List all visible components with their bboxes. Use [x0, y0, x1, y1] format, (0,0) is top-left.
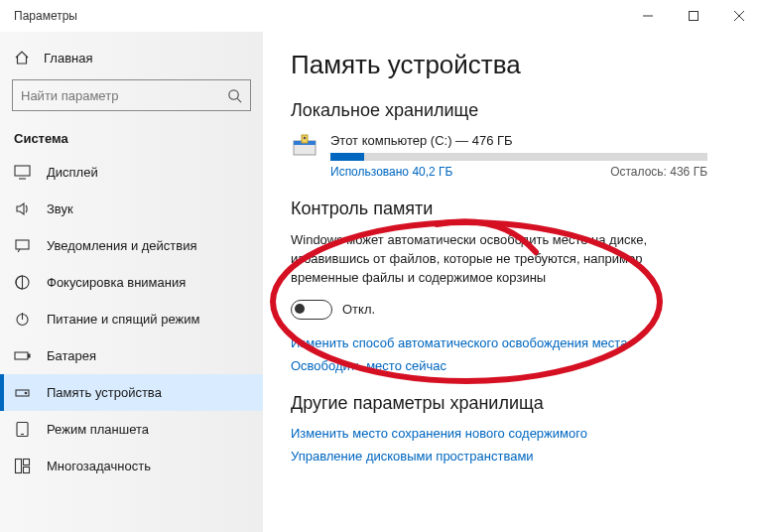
svg-rect-19: [24, 460, 30, 466]
disk-used-link[interactable]: Использовано 40,2 ГБ: [330, 165, 452, 179]
disk-icon: [291, 133, 318, 161]
disk-row[interactable]: Этот компьютер (C:) — 476 ГБ Использован…: [291, 133, 734, 179]
sidebar-item-tablet[interactable]: Режим планшета: [0, 411, 263, 448]
search-icon: [227, 88, 242, 103]
sound-icon: [14, 200, 31, 217]
sidebar-item-notifications[interactable]: Уведомления и действия: [0, 227, 263, 264]
free-now-link[interactable]: Освободить место сейчас: [291, 358, 734, 373]
storage-sense-toggle[interactable]: Откл.: [291, 300, 734, 320]
disk-free-label: Осталось: 436 ГБ: [610, 165, 707, 179]
svg-point-4: [229, 89, 238, 98]
home-icon: [14, 50, 30, 66]
minimize-button[interactable]: [625, 0, 671, 32]
storage-sense-heading: Контроль памяти: [291, 199, 734, 219]
toggle-switch[interactable]: [291, 300, 332, 320]
window-controls: [625, 0, 762, 32]
page-title: Память устройства: [291, 50, 734, 80]
home-button[interactable]: Главная: [0, 40, 263, 75]
sidebar-item-storage[interactable]: Память устройства: [0, 374, 263, 411]
sidebar-item-label: Память устройства: [47, 385, 162, 400]
svg-point-24: [304, 137, 307, 140]
svg-rect-18: [16, 460, 22, 473]
local-storage-heading: Локальное хранилище: [291, 100, 734, 121]
section-label: Система: [0, 125, 263, 154]
storage-sense-description: Windows может автоматически освободить м…: [291, 231, 707, 288]
sidebar-item-label: Дисплей: [47, 165, 98, 180]
content: Память устройства Локальное хранилище Эт…: [263, 32, 762, 532]
focus-icon: [14, 274, 31, 291]
storage-spaces-link[interactable]: Управление дисковыми пространствами: [291, 449, 734, 464]
app-title: Параметры: [14, 9, 77, 23]
display-icon: [14, 164, 31, 181]
sidebar-item-power[interactable]: Питание и спящий режим: [0, 301, 263, 337]
sidebar-item-label: Звук: [47, 201, 73, 216]
toggle-state-label: Откл.: [342, 302, 375, 317]
sidebar-item-battery[interactable]: Батарея: [0, 337, 263, 374]
sidebar-item-label: Режим планшета: [47, 422, 149, 437]
titlebar: Параметры: [0, 0, 762, 32]
storage-icon: [14, 384, 31, 401]
svg-rect-12: [15, 352, 28, 359]
search-input[interactable]: Найти параметр: [12, 79, 251, 111]
change-auto-free-link[interactable]: Изменить способ автоматического освобожд…: [291, 335, 734, 350]
close-button[interactable]: [716, 0, 762, 32]
sidebar: Главная Найти параметр Система Дисплей З…: [0, 32, 263, 532]
maximize-button[interactable]: [671, 0, 716, 32]
disk-label: Этот компьютер (C:) — 476 ГБ: [330, 133, 734, 148]
svg-point-15: [25, 392, 27, 394]
svg-rect-8: [16, 240, 29, 249]
svg-rect-13: [29, 354, 31, 357]
change-save-location-link[interactable]: Изменить место сохранения нового содержи…: [291, 426, 734, 441]
multitasking-icon: [14, 458, 31, 474]
battery-icon: [14, 347, 31, 364]
svg-rect-1: [690, 12, 698, 21]
svg-rect-20: [24, 467, 30, 473]
sidebar-item-display[interactable]: Дисплей: [0, 154, 263, 191]
sidebar-item-multitasking[interactable]: Многозадачность: [0, 448, 263, 484]
other-storage-heading: Другие параметры хранилища: [291, 393, 734, 414]
search-placeholder: Найти параметр: [21, 88, 227, 103]
sidebar-item-label: Многозадачность: [47, 459, 151, 473]
notifications-icon: [14, 237, 31, 254]
sidebar-item-label: Уведомления и действия: [47, 238, 197, 253]
sidebar-item-label: Батарея: [47, 348, 96, 363]
home-label: Главная: [44, 51, 92, 66]
disk-usage-bar: [330, 153, 707, 161]
svg-line-5: [237, 98, 241, 102]
sidebar-item-label: Питание и спящий режим: [47, 312, 199, 327]
power-icon: [14, 311, 31, 328]
sidebar-item-focus[interactable]: Фокусировка внимания: [0, 264, 263, 301]
sidebar-item-label: Фокусировка внимания: [47, 275, 186, 290]
sidebar-item-sound[interactable]: Звук: [0, 191, 263, 227]
tablet-icon: [14, 421, 31, 438]
svg-rect-6: [15, 166, 30, 176]
